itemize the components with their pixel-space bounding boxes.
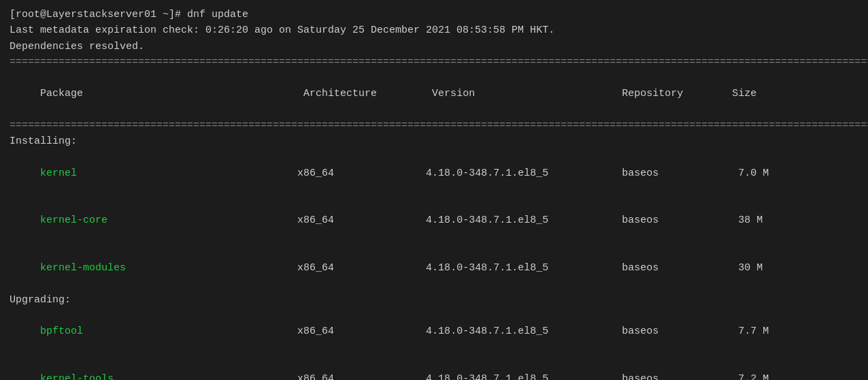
prompt-line: [root@Layerstackserver01 ~]# dnf update [10, 7, 858, 22]
pkg-arch: x86_64 [285, 215, 383, 226]
pkg-size: 38 M [726, 215, 763, 226]
col-size: Size [720, 88, 756, 99]
pkg-version: 4.18.0-348.7.1.el8_5 [383, 168, 561, 179]
pkg-kernel-modules: kernel-modules x86_64 4.18.0-348.7.1.el8… [10, 244, 858, 292]
col-repo: Repository [561, 88, 720, 99]
pkg-name: kernel-modules [34, 262, 285, 274]
pkg-arch: x86_64 [285, 262, 383, 274]
pkg-size: 30 M [726, 262, 763, 274]
pkg-version: 4.18.0-348.7.1.el8_5 [383, 215, 561, 226]
pkg-size: 7.7 M [726, 326, 769, 337]
pkg-version: 4.18.0-348.7.1.el8_5 [383, 373, 561, 380]
pkg-name: kernel-tools [34, 373, 285, 380]
col-version: Version [389, 88, 561, 99]
pkg-arch: x86_64 [285, 373, 383, 380]
pkg-repo: baseos [561, 168, 726, 179]
pkg-name: bpftool [34, 326, 285, 337]
col-arch: Architecture [291, 88, 389, 99]
pkg-name: kernel-core [34, 215, 285, 226]
pkg-name: kernel [34, 168, 285, 179]
pkg-arch: x86_64 [285, 168, 383, 179]
pkg-size: 7.2 M [726, 373, 769, 380]
pkg-arch: x86_64 [285, 326, 383, 337]
col-package: Package [34, 88, 291, 99]
pkg-repo: baseos [561, 215, 726, 226]
pkg-size: 7.0 M [726, 168, 769, 179]
upgrading-label: Upgrading: [10, 292, 858, 308]
separator-header: ========================================… [10, 118, 858, 133]
pkg-kernel-core: kernel-core x86_64 4.18.0-348.7.1.el8_5 … [10, 197, 858, 244]
table-header: Package Architecture Version Repository … [10, 70, 858, 118]
metadata-line: Last metadata expiration check: 0:26:20 … [10, 22, 858, 38]
pkg-kernel: kernel x86_64 4.18.0-348.7.1.el8_5 baseo… [10, 149, 858, 197]
deps-line: Dependencies resolved. [10, 39, 858, 54]
pkg-repo: baseos [561, 326, 726, 337]
pkg-version: 4.18.0-348.7.1.el8_5 [383, 262, 561, 274]
pkg-repo: baseos [561, 262, 726, 274]
terminal: [root@Layerstackserver01 ~]# dnf update … [0, 0, 868, 380]
pkg-repo: baseos [561, 373, 726, 380]
pkg-bpftool: bpftool x86_64 4.18.0-348.7.1.el8_5 base… [10, 308, 858, 355]
pkg-version: 4.18.0-348.7.1.el8_5 [383, 326, 561, 337]
installing-label: Installing: [10, 133, 858, 149]
pkg-kernel-tools: kernel-tools x86_64 4.18.0-348.7.1.el8_5… [10, 355, 858, 381]
separator-top: ========================================… [10, 54, 858, 70]
